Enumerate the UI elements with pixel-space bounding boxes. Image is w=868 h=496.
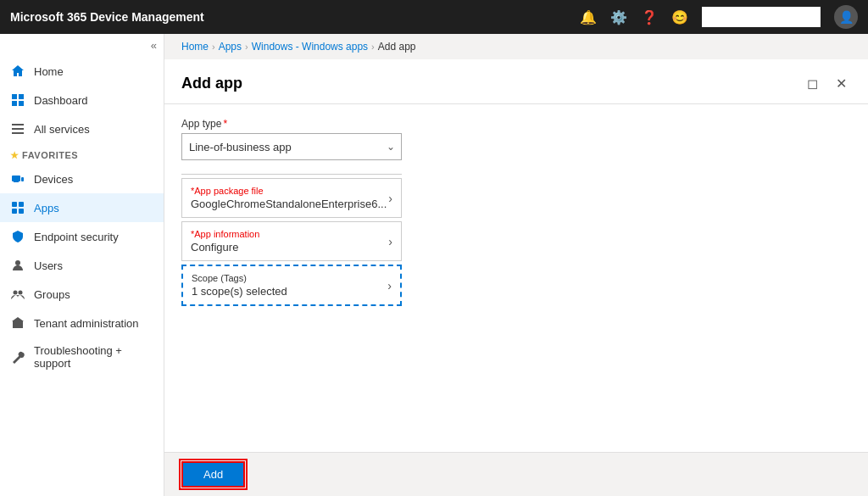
add-button[interactable]: Add: [181, 461, 245, 488]
app-package-chevron-icon: ›: [388, 192, 392, 205]
groups-icon: [10, 287, 25, 302]
scope-tags-row[interactable]: Scope (Tags) 1 scope(s) selected ›: [181, 265, 402, 306]
sidebar-item-groups[interactable]: Groups: [0, 280, 164, 309]
scope-tags-label: Scope (Tags): [192, 273, 287, 283]
sidebar-item-label: Groups: [34, 288, 70, 301]
wrench-icon: [10, 349, 25, 365]
sidebar-item-label: Tenant administration: [34, 317, 139, 330]
svg-rect-17: [13, 321, 23, 328]
breadcrumb-windows-apps[interactable]: Windows - Windows apps: [252, 41, 368, 53]
app-type-select-wrapper: Line-of-business app Microsoft Store app…: [181, 133, 402, 160]
sidebar: « Home Dashboard All services ★ FAVORITE…: [0, 34, 164, 496]
panel-header: Add app ◻ ✕: [164, 59, 868, 104]
sidebar-item-users[interactable]: Users: [0, 251, 164, 280]
sidebar-item-all-services[interactable]: All services: [0, 114, 164, 143]
sidebar-item-label: Home: [34, 65, 64, 78]
user-icon[interactable]: 😊: [671, 9, 688, 25]
breadcrumb-sep-2: ›: [245, 42, 248, 52]
collapse-button[interactable]: «: [0, 34, 164, 57]
svg-rect-13: [19, 209, 24, 214]
app-information-row[interactable]: *App information Configure ›: [181, 221, 402, 261]
settings-icon[interactable]: ⚙️: [610, 9, 627, 25]
topbar-actions: 🔔 ⚙️ ❓ 😊 👤: [580, 5, 858, 29]
sidebar-item-label: Dashboard: [34, 94, 88, 107]
breadcrumb-sep-1: ›: [212, 42, 215, 52]
app-package-content: *App package file GoogleChromeStandalone…: [191, 186, 387, 210]
maximize-button[interactable]: ◻: [802, 73, 822, 93]
app-information-chevron-icon: ›: [388, 235, 392, 248]
sidebar-item-tenant-admin[interactable]: Tenant administration: [0, 309, 164, 337]
content-area: Home › Apps › Windows - Windows apps › A…: [164, 34, 868, 496]
sidebar-item-dashboard[interactable]: Dashboard: [0, 86, 164, 114]
sidebar-item-label: Apps: [34, 202, 59, 215]
breadcrumb-sep-3: ›: [371, 42, 375, 52]
scope-tags-inner: Scope (Tags) 1 scope(s) selected ›: [183, 266, 400, 304]
app-information-inner: *App information Configure ›: [182, 222, 401, 260]
app-package-label: *App package file: [191, 186, 387, 196]
svg-rect-1: [19, 94, 24, 99]
apps-icon: [10, 200, 25, 215]
app-type-field: App type * Line-of-business app Microsof…: [181, 118, 851, 160]
breadcrumb-apps[interactable]: Apps: [219, 41, 242, 53]
svg-rect-11: [19, 202, 24, 207]
svg-point-15: [14, 291, 18, 295]
svg-rect-6: [12, 132, 24, 134]
sidebar-item-label: Users: [34, 259, 63, 272]
required-indicator: *: [223, 118, 227, 130]
list-icon: [10, 121, 25, 137]
sidebar-item-label: All services: [34, 123, 90, 136]
panel-header-actions: ◻ ✕: [802, 73, 851, 93]
svg-rect-10: [12, 202, 17, 207]
app-package-row[interactable]: *App package file GoogleChromeStandalone…: [181, 178, 402, 218]
app-type-label: App type *: [181, 118, 851, 130]
help-icon[interactable]: ❓: [641, 9, 658, 25]
scope-tags-content: Scope (Tags) 1 scope(s) selected: [192, 273, 287, 298]
sidebar-item-home[interactable]: Home: [0, 57, 164, 86]
divider-1: [181, 174, 402, 175]
svg-rect-5: [12, 128, 24, 130]
dashboard-icon: [10, 92, 25, 108]
panel-container: Add app ◻ ✕ App type *: [164, 59, 868, 496]
svg-rect-12: [12, 209, 17, 214]
panel: Add app ◻ ✕ App type *: [164, 59, 868, 496]
topbar: Microsoft 365 Device Management 🔔 ⚙️ ❓ 😊…: [0, 0, 868, 34]
app-information-value: Configure: [191, 241, 259, 254]
svg-point-14: [15, 260, 20, 265]
topbar-search-input[interactable]: [702, 7, 821, 27]
svg-rect-3: [19, 101, 24, 106]
sidebar-item-troubleshooting[interactable]: Troubleshooting + support: [0, 337, 164, 376]
app-package-value: GoogleChromeStandaloneEnterprise6...: [191, 198, 387, 210]
favorites-label: ★ FAVORITES: [0, 143, 164, 164]
close-button[interactable]: ✕: [831, 73, 851, 93]
tenant-icon: [10, 315, 25, 331]
sidebar-item-apps[interactable]: Apps: [0, 193, 164, 222]
app-information-content: *App information Configure: [191, 229, 259, 254]
app-type-select[interactable]: Line-of-business app Microsoft Store app…: [181, 133, 402, 160]
sidebar-item-label: Endpoint security: [34, 231, 119, 243]
sidebar-item-devices[interactable]: Devices: [0, 164, 164, 193]
user-icon: [10, 258, 25, 273]
breadcrumb: Home › Apps › Windows - Windows apps › A…: [164, 34, 868, 59]
svg-rect-8: [21, 177, 24, 181]
app-title: Microsoft 365 Device Management: [10, 10, 580, 24]
sidebar-item-endpoint-security[interactable]: Endpoint security: [0, 222, 164, 251]
home-icon: [10, 64, 25, 79]
svg-rect-2: [12, 101, 17, 106]
svg-marker-18: [12, 317, 24, 321]
devices-icon: [10, 171, 25, 187]
breadcrumb-home[interactable]: Home: [181, 41, 209, 53]
bottom-bar: Add: [164, 452, 868, 496]
scope-tags-chevron-icon: ›: [387, 279, 392, 293]
breadcrumb-current: Add app: [378, 41, 416, 53]
avatar[interactable]: 👤: [834, 5, 858, 29]
app-information-label: *App information: [191, 229, 259, 239]
sidebar-item-label: Devices: [34, 173, 73, 186]
panel-title: Add app: [181, 75, 242, 92]
svg-rect-9: [14, 181, 19, 182]
svg-rect-0: [12, 94, 17, 99]
main-layout: « Home Dashboard All services ★ FAVORITE…: [0, 34, 868, 496]
app-package-inner: *App package file GoogleChromeStandalone…: [182, 179, 401, 217]
svg-rect-4: [12, 124, 24, 125]
svg-rect-7: [12, 176, 20, 181]
notification-icon[interactable]: 🔔: [580, 9, 597, 25]
